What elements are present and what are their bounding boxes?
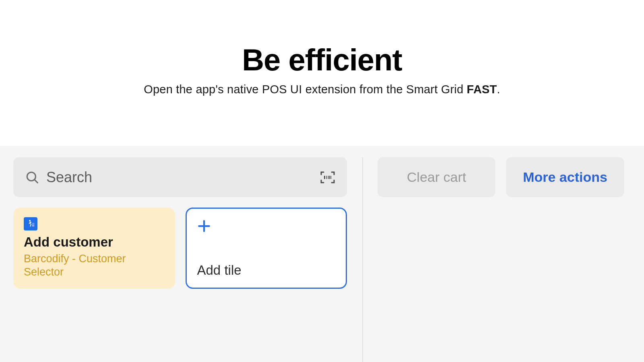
svg-line-1 (35, 179, 38, 183)
hero-subtitle: Open the app's native POS UI extension f… (0, 83, 644, 96)
svg-rect-4 (328, 176, 330, 179)
hero-section: Be efficient Open the app's native POS U… (0, 0, 644, 96)
right-column: Clear cart More actions (378, 157, 631, 197)
add-customer-tile[interactable]: Add customer Barcodify - Customer Select… (13, 208, 175, 289)
more-actions-button[interactable]: More actions (506, 157, 624, 197)
svg-rect-2 (324, 176, 325, 179)
svg-point-6 (29, 220, 31, 222)
smart-grid-tiles: Add customer Barcodify - Customer Select… (13, 208, 347, 289)
pos-panel: Search (0, 146, 644, 362)
svg-rect-5 (330, 176, 331, 179)
left-column: Search (13, 157, 362, 362)
person-walking-icon (24, 217, 37, 230)
plus-icon (197, 219, 211, 233)
hero-subtitle-suffix: . (497, 83, 500, 96)
svg-rect-3 (326, 176, 327, 179)
hero-subtitle-bold: FAST (467, 83, 497, 96)
add-tile-label: Add tile (197, 263, 336, 278)
search-bar[interactable]: Search (13, 157, 347, 197)
hero-subtitle-text: Open the app's native POS UI extension f… (144, 83, 466, 96)
barcode-scan-icon[interactable] (320, 171, 335, 183)
vertical-divider (362, 157, 363, 362)
svg-rect-9 (33, 224, 34, 225)
hero-title: Be efficient (0, 42, 644, 77)
svg-rect-8 (33, 224, 34, 224)
search-icon (25, 171, 39, 184)
add-tile-button[interactable]: Add tile (186, 208, 347, 289)
clear-cart-button[interactable]: Clear cart (378, 157, 495, 197)
tile-subtitle: Barcodify - Customer Selector (24, 252, 165, 280)
tile-title: Add customer (24, 234, 165, 250)
search-placeholder: Search (46, 169, 313, 186)
